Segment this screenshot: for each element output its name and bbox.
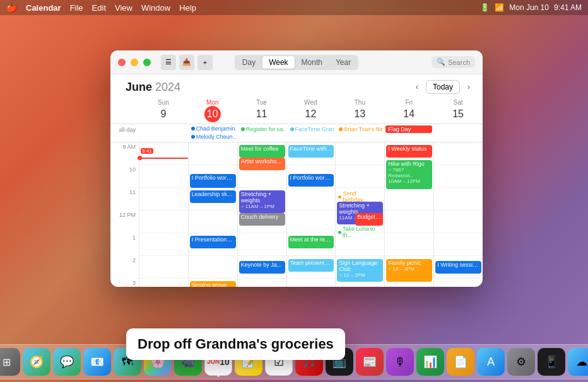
event-singing[interactable]: Singing group (190, 281, 236, 287)
day-header-thu: Thu 13 (335, 98, 384, 124)
dock-launchpad[interactable]: ⊞ (0, 348, 20, 376)
close-button[interactable] (118, 59, 126, 66)
today-button[interactable]: Today (426, 80, 460, 94)
menubar-right: 🔋 📶 Mon Jun 10 9:41 AM (480, 3, 582, 12)
maximize-button[interactable] (143, 59, 151, 66)
event-presentation[interactable]: I Presentation p... (190, 236, 236, 248)
day-header-mon: Mon 10 (188, 98, 237, 124)
dock-mail[interactable]: 📧 (83, 348, 111, 376)
dock-messages[interactable]: 💬 (53, 348, 81, 376)
day-num-fri: 14 (401, 106, 417, 122)
inbox-icon[interactable]: 📥 (179, 55, 194, 70)
event-stretching-tue[interactable]: Stretching + weights ○ 11AM – 1PM (239, 190, 285, 213)
titlebar: ☰ 📥 + Day Week Month Year 🔍 Search (110, 50, 483, 74)
hour-10: 10 (110, 165, 139, 188)
minimize-button[interactable] (131, 59, 138, 66)
allday-event-register[interactable]: Register for sa... (238, 125, 285, 133)
allday-sun (139, 124, 188, 142)
dock-settings[interactable]: ⚙ (507, 348, 535, 376)
day-header-row: Sun 9 Mon 10 Tue 11 Wed 12 Thu 13 Fri 14… (110, 98, 483, 124)
allday-event-facetime[interactable]: FaceTime Gran... (288, 125, 334, 133)
hour-3: 3 (110, 279, 139, 287)
dock-appstore[interactable]: A (477, 348, 505, 376)
event-leadership[interactable]: Leadership skil... (190, 190, 236, 203)
menu-file[interactable]: File (70, 3, 83, 13)
menu-help[interactable]: Help (179, 3, 196, 13)
menu-view[interactable]: View (115, 3, 132, 13)
sidebar-toggle[interactable]: ☰ (161, 55, 176, 70)
day-header-sun: Sun 9 (139, 98, 188, 124)
event-couch[interactable]: Couch delivery (239, 213, 285, 226)
time: 9:41 AM (554, 3, 582, 12)
allday-event-chad[interactable]: Chad Benjamin... (189, 125, 237, 132)
dock-news[interactable]: 📰 (356, 348, 384, 376)
event-portfolio-mon[interactable]: I Portfolio work... (190, 174, 236, 188)
event-budget[interactable]: Budget meeting (355, 213, 383, 226)
dock-pages[interactable]: 📄 (447, 348, 474, 376)
allday-event-label: Melody Cheun... (196, 134, 237, 140)
apple-menu[interactable]: 🍎 (6, 3, 17, 13)
event-portfolio-wed[interactable]: I Portfolio work... (288, 174, 334, 187)
tab-month[interactable]: Month (295, 56, 329, 69)
now-line (139, 158, 188, 159)
day-col-tue: Meet for coffee Artist worksho... Stretc… (237, 142, 286, 287)
month-year-label: June 2024 (118, 77, 188, 96)
day-num-sat: 15 (450, 106, 466, 122)
day-name-tue: Tue (237, 99, 286, 106)
allday-thu: Brian Tran's Bir... (335, 124, 384, 142)
event-sign-language[interactable]: Sign Language Club ○ 12 – 2PM (337, 259, 383, 282)
search-icon: 🔍 (437, 58, 445, 66)
app-name[interactable]: Calendar (26, 3, 61, 13)
next-arrow[interactable]: › (462, 81, 475, 93)
day-col-fri: I Weekly status Hike with Rigo ○ 7867 Re… (384, 142, 433, 287)
allday-mon[interactable]: Chad Benjamin... Melody Cheun... (188, 124, 237, 142)
prev-arrow[interactable]: ‹ (411, 81, 423, 93)
add-event-button[interactable]: + (197, 55, 213, 70)
event-hike[interactable]: Hike with Rigo ○ 7867 Redwood... 10AM – … (386, 160, 432, 189)
allday-tue[interactable]: Register for sa... (237, 124, 286, 142)
dock-storage[interactable]: ☁ (568, 348, 588, 376)
allday-row: all-day Chad Benjamin... Melody Cheun...… (110, 124, 483, 142)
menu-window[interactable]: Window (141, 3, 170, 13)
allday-event-flag[interactable]: Flag Day (385, 125, 432, 133)
day-num-sun: 9 (155, 106, 172, 122)
event-artist[interactable]: Artist worksho... (239, 158, 285, 170)
hour-12pm: 12 PM (110, 211, 139, 233)
tab-week[interactable]: Week (262, 56, 294, 69)
event-team[interactable]: Team presenta... (288, 259, 334, 272)
allday-event-brian[interactable]: Brian Tran's Bir... (336, 125, 383, 133)
event-birthday[interactable]: Send birthday... (337, 190, 383, 202)
menubar-left: 🍎 Calendar File Edit View Window Help (6, 3, 196, 13)
dock-iphone[interactable]: 📱 (538, 348, 565, 376)
day-name-fri: Fri (384, 99, 433, 106)
tab-day[interactable]: Day (236, 56, 262, 69)
search-box[interactable]: 🔍 Search (432, 56, 475, 68)
month-nav: June 2024 ‹ Today › (110, 74, 483, 98)
event-luna[interactable]: Take Luna to th... (337, 226, 383, 237)
event-picnic[interactable]: Family picnic ○ 12 – 3PM (386, 259, 432, 282)
allday-fri: Flag Day (384, 124, 433, 142)
menu-edit[interactable]: Edit (92, 3, 106, 13)
event-weekly-status[interactable]: I Weekly status (386, 145, 432, 158)
day-name-sat: Sat (433, 99, 483, 106)
dock-numbers[interactable]: 📊 (416, 348, 444, 376)
hour-9am: 9 AM (110, 142, 139, 165)
event-meet-res[interactable]: Meet at the res... (288, 236, 334, 248)
time-grid[interactable]: 9 AM 10 11 12 PM 1 2 3 4 5 6 7 8 (110, 142, 483, 287)
allday-event-melody[interactable]: Melody Cheun... (189, 133, 237, 141)
calendar-window: ☰ 📥 + Day Week Month Year 🔍 Search June … (110, 50, 483, 287)
event-writing[interactable]: I Writing sessio... (435, 261, 481, 274)
menubar: 🍎 Calendar File Edit View Window Help 🔋 … (0, 0, 588, 15)
wifi-icon: 📶 (495, 3, 504, 12)
event-coffee[interactable]: Meet for coffee (239, 145, 285, 158)
day-col-sat: I Writing sessio... Kids' movie night (433, 142, 483, 287)
day-header-tue: Tue 11 (237, 98, 286, 124)
event-keynote[interactable]: Keynote by Ja... (239, 261, 285, 274)
dock-safari[interactable]: 🧭 (23, 348, 50, 376)
event-facetime[interactable]: FaceTime with... (288, 145, 334, 158)
now-time-badge: 9:41 (141, 144, 153, 155)
search-placeholder: Search (448, 59, 470, 66)
tab-year[interactable]: Year (329, 56, 357, 69)
dock-podcasts[interactable]: 🎙 (386, 348, 414, 376)
day-name-mon: Mon (188, 99, 237, 106)
